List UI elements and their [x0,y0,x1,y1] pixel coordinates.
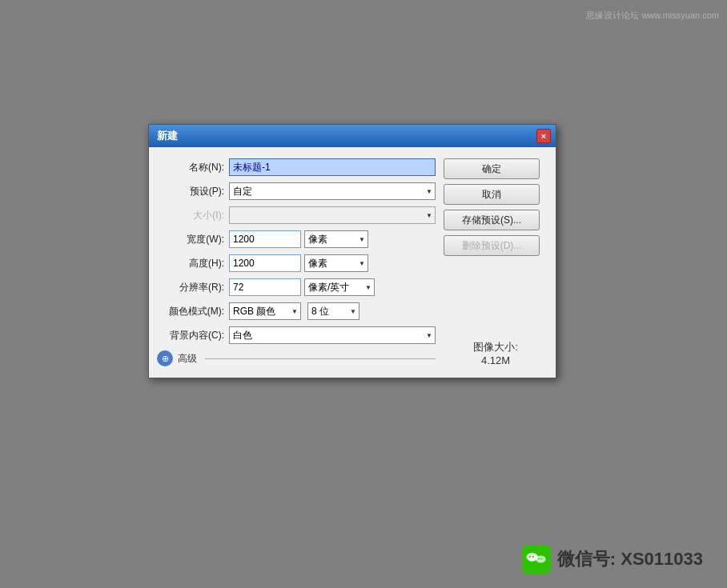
resolution-label: 分辨率(R): [157,281,229,294]
confirm-button[interactable]: 确定 [444,158,540,179]
bg-select-wrapper: 白色 背景色 透明 [229,326,436,344]
image-size-section: 图像大小: 4.12M [444,324,548,366]
advanced-label: 高级 [178,352,197,366]
height-label: 高度(H): [157,257,229,270]
cancel-button[interactable]: 取消 [444,184,540,205]
wechat-section: 微信号: XS011033 [522,545,703,574]
dialog-form: 名称(N): 预设(P): 自定 默认 Photoshop 大小 美国标准纸张 … [157,158,436,366]
dialog-title: 新建 [157,129,178,143]
height-unit-wrapper: 像素 英寸 厘米 [304,254,368,272]
resolution-unit-wrapper: 像素/英寸 像素/厘米 [304,278,375,296]
advanced-divider [205,358,436,359]
dialog-body: 名称(N): 预设(P): 自定 默认 Photoshop 大小 美国标准纸张 … [149,147,556,378]
size-label: 大小(I): [157,209,229,222]
svg-point-5 [538,558,540,560]
width-unit-select[interactable]: 像素 英寸 厘米 [304,230,368,248]
colorbit-select-wrapper: 8 位 16 位 32 位 [304,302,359,320]
width-row: 宽度(W): 像素 英寸 厘米 [157,230,436,248]
height-row: 高度(H): 像素 英寸 厘米 [157,254,436,272]
resolution-unit-select[interactable]: 像素/英寸 像素/厘米 [304,278,375,296]
colormode-select[interactable]: RGB 颜色 灰度 CMYK 颜色 [229,302,301,320]
background-select[interactable]: 白色 背景色 透明 [229,326,436,344]
preset-select[interactable]: 自定 默认 Photoshop 大小 美国标准纸张 [229,182,436,200]
advanced-toggle[interactable]: ⊕ [157,350,173,366]
preset-label: 预设(P): [157,185,229,198]
colormode-row: 颜色模式(M): RGB 颜色 灰度 CMYK 颜色 8 位 16 位 32 位 [157,302,436,320]
width-label: 宽度(W): [157,233,229,246]
watermark: 思缘设计论坛 www.missyuan.com [586,10,719,22]
preset-row: 预设(P): 自定 默认 Photoshop 大小 美国标准纸张 [157,182,436,200]
height-unit-select[interactable]: 像素 英寸 厘米 [304,254,368,272]
width-unit-wrapper: 像素 英寸 厘米 [304,230,368,248]
image-size-value: 4.12M [444,354,548,366]
name-row: 名称(N): [157,158,436,176]
preset-select-wrapper: 自定 默认 Photoshop 大小 美国标准纸张 [229,182,436,200]
name-input[interactable] [229,158,436,176]
delete-preset-button[interactable]: 删除预设(D)... [444,235,540,256]
close-button[interactable]: × [536,129,551,143]
new-document-dialog: 新建 × 名称(N): 预设(P): 自定 默认 Photoshop 大小 美国… [148,124,556,378]
svg-point-4 [532,556,534,558]
size-select-wrapper [229,206,436,224]
width-input[interactable] [229,230,301,248]
colormode-label: 颜色模式(M): [157,305,229,318]
svg-point-2 [536,556,546,563]
resolution-row: 分辨率(R): 像素/英寸 像素/厘米 [157,278,436,296]
background-label: 背景内容(C): [157,329,229,342]
resolution-input[interactable] [229,278,301,296]
save-preset-button[interactable]: 存储预设(S)... [444,210,540,230]
height-input[interactable] [229,254,301,272]
colormode-select-wrapper: RGB 颜色 灰度 CMYK 颜色 [229,302,301,320]
svg-point-3 [529,556,531,558]
image-size-label: 图像大小: [444,340,548,354]
dialog-titlebar: 新建 × [149,125,556,147]
size-select [229,206,436,224]
size-row: 大小(I): [157,206,436,224]
wechat-icon [522,545,551,574]
name-label: 名称(N): [157,161,229,174]
wechat-label: 微信号: XS011033 [557,547,703,571]
dialog-actions: 确定 取消 存储预设(S)... 删除预设(D)... 图像大小: 4.12M [444,158,548,366]
colorbit-select[interactable]: 8 位 16 位 32 位 [307,302,359,320]
advanced-row: ⊕ 高级 [157,350,436,366]
svg-point-6 [540,558,542,560]
background-row: 背景内容(C): 白色 背景色 透明 [157,326,436,344]
